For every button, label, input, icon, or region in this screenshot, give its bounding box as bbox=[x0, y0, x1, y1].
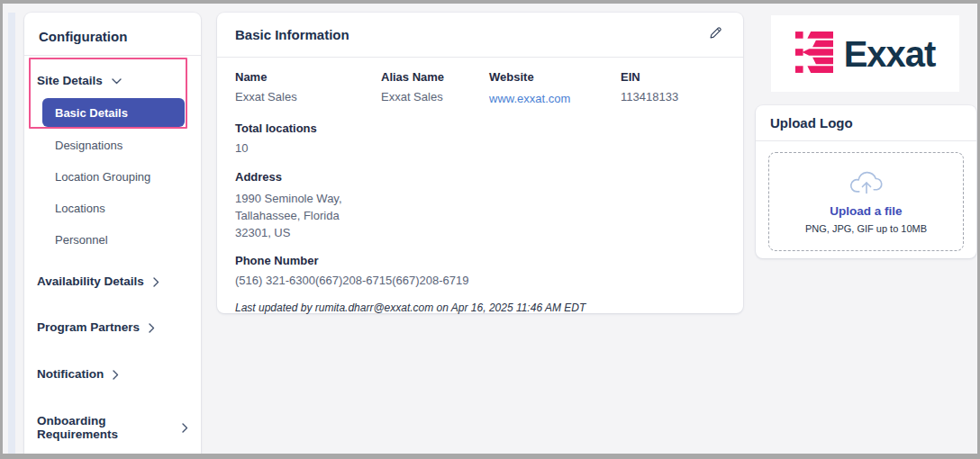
basic-information-body: Name Exxat Sales Alias Name Exxat Sales … bbox=[217, 58, 743, 314]
sidebar-item-personnel[interactable]: Personnel bbox=[24, 227, 201, 253]
chevron-down-icon bbox=[112, 78, 122, 85]
upload-logo-title: Upload Logo bbox=[756, 105, 976, 140]
sidebar-item-basic-details[interactable]: Basic Details bbox=[42, 98, 185, 127]
exxat-logo-icon bbox=[795, 32, 833, 76]
sidebar-item-site-details[interactable]: Site Details bbox=[24, 65, 201, 96]
sidebar-item-location-grouping[interactable]: Location Grouping bbox=[24, 164, 201, 190]
sidebar-item-label: Site Details bbox=[37, 74, 103, 87]
field-value-alias-name: Exxat Sales bbox=[381, 90, 489, 104]
field-label-ein: EIN bbox=[621, 70, 725, 90]
field-label-alias-name: Alias Name bbox=[381, 70, 489, 90]
sidebar-item-availability-details[interactable]: Availability Details bbox=[24, 266, 201, 297]
divider bbox=[756, 140, 976, 141]
field-label-name: Name bbox=[235, 70, 381, 90]
brand-logo-card: Exxat bbox=[771, 15, 959, 92]
page-title: Basic Information bbox=[235, 27, 349, 42]
pencil-icon bbox=[707, 25, 723, 44]
chevron-right-icon bbox=[113, 370, 119, 380]
upload-logo-card: Upload Logo Upload a file PNG, JPG, GIF … bbox=[756, 105, 976, 258]
address-line: 1990 Seminole Way, bbox=[235, 190, 725, 207]
field-value-phone-number: (516) 321-6300(667)208-6715(667)208-6719 bbox=[235, 274, 725, 287]
sidebar-item-label: Notification bbox=[37, 367, 104, 381]
sidebar-item-onboarding-requirements[interactable]: Onboarding Requirements bbox=[24, 405, 201, 450]
brand-wordmark: Exxat bbox=[844, 36, 936, 72]
basic-information-header: Basic Information bbox=[217, 13, 743, 57]
sidebar-item-locations[interactable]: Locations bbox=[24, 195, 201, 221]
field-label-total-locations: Total locations bbox=[235, 122, 725, 141]
address-line: 32301, US bbox=[235, 224, 725, 241]
sidebar-item-program-partners[interactable]: Program Partners bbox=[24, 311, 201, 343]
upload-hint-text: PNG, JPG, GIF up to 10MB bbox=[805, 223, 927, 234]
sidebar-item-label: Availability Details bbox=[37, 274, 144, 288]
left-gutter bbox=[8, 13, 15, 454]
sidebar-item-label: Program Partners bbox=[37, 320, 140, 334]
sidebar-nav: Site Details Basic Details Designations … bbox=[24, 56, 201, 450]
sidebar-item-designations[interactable]: Designations bbox=[24, 132, 201, 158]
website-link[interactable]: www.exxat.com bbox=[489, 92, 570, 105]
chevron-right-icon bbox=[149, 323, 155, 333]
field-label-address: Address bbox=[235, 170, 725, 190]
sidebar-item-label: Onboarding Requirements bbox=[37, 414, 173, 441]
upload-a-file-link[interactable]: Upload a file bbox=[830, 204, 902, 218]
last-updated-text: Last updated by rumita.dharr@exxat.com o… bbox=[235, 302, 725, 314]
cloud-upload-icon bbox=[848, 170, 885, 199]
address-line: Tallahassee, Florida bbox=[235, 207, 725, 224]
field-label-phone-number: Phone Number bbox=[235, 254, 725, 274]
field-label-website: Website bbox=[489, 70, 621, 90]
sidebar-title: Configuration bbox=[24, 23, 201, 55]
app-window: Configuration Site Details Basic Details… bbox=[0, 0, 980, 459]
field-value-name: Exxat Sales bbox=[235, 90, 381, 104]
field-value-total-locations: 10 bbox=[235, 141, 725, 155]
basic-information-card: Basic Information Name Exxat Sales Alias bbox=[217, 13, 743, 313]
sidebar: Configuration Site Details Basic Details… bbox=[24, 13, 201, 454]
field-value-ein: 113418133 bbox=[621, 90, 725, 104]
chevron-right-icon bbox=[182, 423, 188, 433]
upload-dropzone[interactable]: Upload a file PNG, JPG, GIF up to 10MB bbox=[768, 152, 964, 251]
chevron-right-icon bbox=[153, 277, 159, 287]
edit-button[interactable] bbox=[705, 23, 725, 46]
sidebar-item-notification[interactable]: Notification bbox=[24, 358, 201, 390]
